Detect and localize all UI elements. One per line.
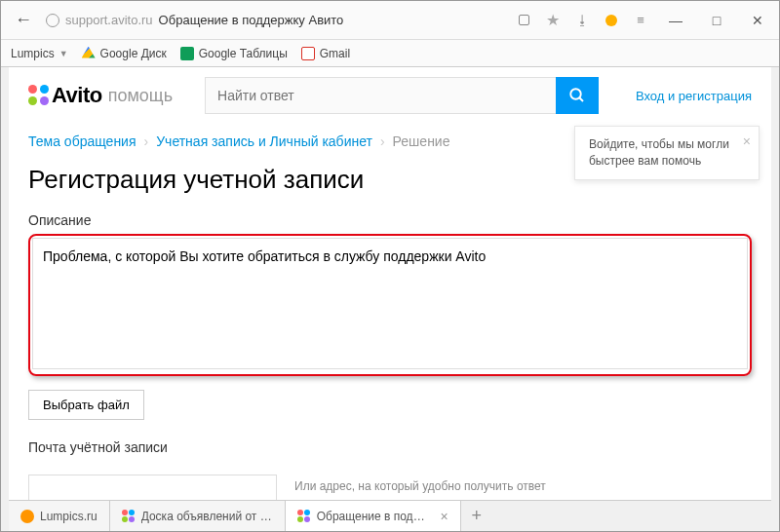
tab-avito-ads[interactable]: Доска объявлений от част — [110, 501, 286, 531]
extension-icon[interactable] — [604, 13, 619, 28]
logo-section: помощь — [108, 86, 173, 106]
svg-line-1 — [579, 97, 583, 101]
gsheets-icon — [180, 47, 194, 60]
avito-favicon-icon — [122, 510, 136, 523]
bookmark-gdrive[interactable]: Google Диск — [82, 47, 167, 60]
description-textarea[interactable] — [32, 238, 748, 369]
logo-brand: Avito — [52, 83, 102, 108]
avito-dots-icon — [28, 85, 50, 106]
avito-favicon-icon — [297, 510, 311, 523]
secure-icon — [46, 14, 59, 27]
bookmark-gsheets[interactable]: Google Таблицы — [180, 47, 288, 60]
bookmark-lumpics[interactable]: Lumpics ▼ — [11, 47, 68, 60]
tooltip-close-icon[interactable]: × — [743, 133, 751, 152]
back-button[interactable]: ← — [9, 6, 38, 35]
tooltip-text: Войдите, чтобы мы могли быстрее вам помо… — [589, 137, 729, 168]
url-title: Обращение в поддержку Авито — [159, 13, 344, 27]
login-tooltip: Войдите, чтобы мы могли быстрее вам помо… — [574, 126, 760, 180]
svg-point-0 — [570, 89, 581, 99]
new-tab-button[interactable]: + — [461, 501, 492, 531]
bookmark-star-icon[interactable]: ★ — [545, 13, 561, 28]
page-content: Avito помощь Вход и регистрация Войдите,… — [1, 67, 779, 531]
breadcrumb-current: Решение — [393, 133, 450, 149]
url-host: support.avito.ru — [65, 13, 153, 27]
tab-close-icon[interactable]: × — [441, 509, 448, 524]
close-window-button[interactable]: ✕ — [744, 13, 771, 28]
description-label: Описание — [28, 212, 752, 228]
choose-file-button[interactable]: Выбрать файл — [28, 390, 144, 420]
bookmarks-bar: Lumpics ▼ Google Диск Google Таблицы Gma… — [1, 40, 779, 67]
menu-icon[interactable]: ≡ — [633, 13, 648, 28]
address-bar[interactable]: support.avito.ru Обращение в поддержку А… — [46, 13, 516, 27]
email-label: Почта учётной записи — [28, 439, 752, 455]
minimize-button[interactable]: ― — [662, 13, 689, 28]
page-actions-icon[interactable] — [516, 13, 531, 28]
search-button[interactable] — [556, 77, 599, 114]
browser-tabs: Lumpics.ru Доска объявлений от част Обра… — [9, 500, 771, 531]
tab-lumpics[interactable]: Lumpics.ru — [9, 501, 110, 531]
downloads-icon[interactable]: ⭳ — [574, 13, 590, 28]
gmail-icon — [301, 47, 315, 60]
search-icon — [568, 87, 586, 104]
chevron-right-icon: › — [380, 133, 385, 149]
chevron-right-icon: › — [144, 133, 149, 149]
lumpics-favicon-icon — [20, 510, 34, 523]
breadcrumb-topic[interactable]: Тема обращения — [28, 133, 136, 149]
email-hint: Или адрес, на который удобно получить от… — [294, 475, 546, 495]
breadcrumb-account[interactable]: Учетная запись и Личный кабинет — [156, 133, 372, 149]
browser-titlebar: ← support.avito.ru Обращение в поддержку… — [1, 1, 779, 40]
gdrive-icon — [82, 47, 96, 60]
login-link[interactable]: Вход и регистрация — [636, 89, 752, 103]
tab-avito-support[interactable]: Обращение в поддержку × — [286, 501, 461, 531]
maximize-button[interactable]: □ — [703, 13, 730, 28]
description-highlight — [28, 234, 752, 376]
avito-logo[interactable]: Avito помощь — [28, 83, 173, 108]
bookmark-gmail[interactable]: Gmail — [301, 47, 350, 60]
search-input[interactable] — [205, 77, 556, 114]
